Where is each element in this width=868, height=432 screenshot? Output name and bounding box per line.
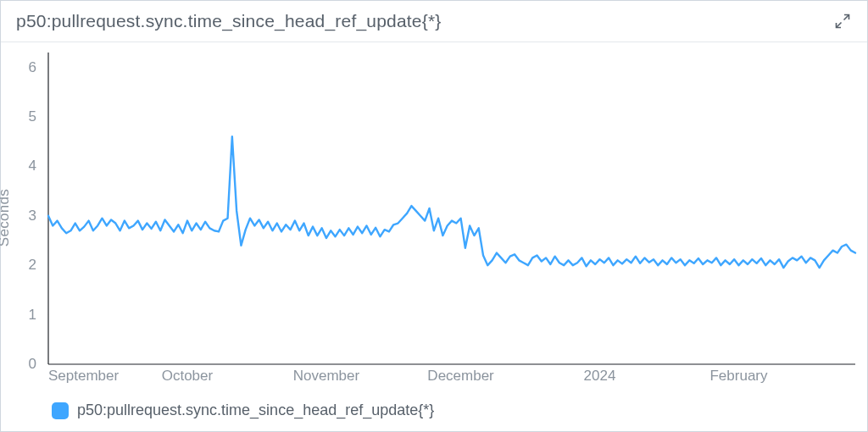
y-tick-label: 4 xyxy=(29,158,36,174)
x-tick-label: 2024 xyxy=(584,368,616,385)
y-axis-label: Seconds xyxy=(0,189,13,246)
x-tick-label: October xyxy=(162,368,213,385)
x-tick-label: December xyxy=(427,368,493,385)
legend: p50:pullrequest.sync.time_since_head_ref… xyxy=(1,393,867,431)
plot-area: 0123456 xyxy=(48,53,855,364)
x-tick-label: February xyxy=(709,368,767,385)
y-tick-label: 5 xyxy=(29,108,36,125)
panel-title: p50:pullrequest.sync.time_since_head_ref… xyxy=(16,11,442,31)
x-axis-ticks: SeptemberOctoberNovemberDecember2024Febr… xyxy=(48,368,855,388)
y-tick-label: 0 xyxy=(29,356,36,373)
y-tick-label: 2 xyxy=(29,257,36,274)
svg-line-1 xyxy=(837,23,842,28)
y-tick-label: 1 xyxy=(29,307,36,324)
chart-area: Seconds 0123456 SeptemberOctoberNovember… xyxy=(1,42,867,393)
line-plot xyxy=(48,53,855,364)
y-tick-label: 3 xyxy=(29,208,36,224)
chart-panel: p50:pullrequest.sync.time_since_head_ref… xyxy=(0,0,868,432)
x-tick-label: September xyxy=(48,368,119,385)
legend-label: p50:pullrequest.sync.time_since_head_ref… xyxy=(77,402,434,419)
x-tick-label: November xyxy=(293,368,359,385)
expand-button[interactable] xyxy=(833,12,852,30)
expand-icon xyxy=(835,14,850,29)
y-tick-label: 6 xyxy=(29,59,36,76)
panel-header: p50:pullrequest.sync.time_since_head_ref… xyxy=(1,1,867,42)
svg-line-0 xyxy=(844,15,849,20)
legend-swatch xyxy=(52,402,69,419)
